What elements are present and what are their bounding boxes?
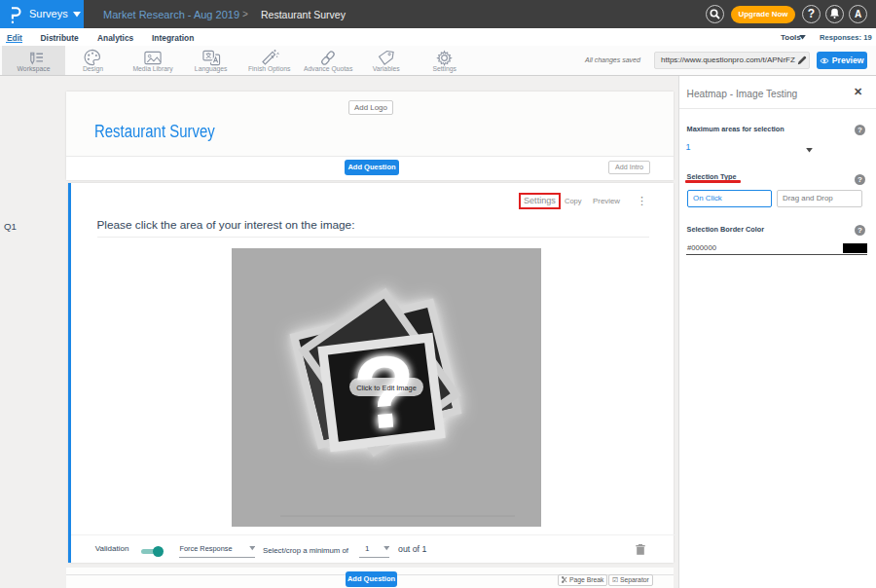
svg-text:Click to Edit Image: Click to Edit Image — [356, 384, 417, 392]
